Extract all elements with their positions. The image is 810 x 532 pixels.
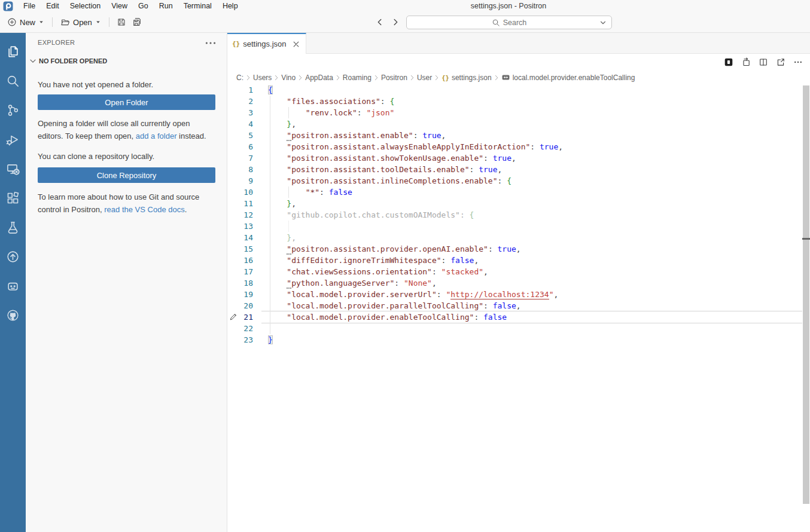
breadcrumb-item[interactable]: {}settings.json (441, 74, 491, 82)
menu-item-run[interactable]: Run (154, 0, 178, 12)
code-line[interactable]: 11 }, (227, 198, 810, 209)
line-number[interactable]: 17 (227, 266, 268, 277)
source-control-icon[interactable] (0, 96, 26, 125)
line-number[interactable]: 4 (227, 118, 268, 130)
line-number[interactable]: 7 (227, 152, 268, 164)
navigate-forward-button[interactable] (388, 15, 403, 29)
code-line[interactable]: 21 "local.model.provider.enableToolCalli… (227, 311, 810, 323)
more-actions-button[interactable] (790, 56, 805, 69)
connections-icon[interactable] (0, 154, 26, 184)
explorer-icon[interactable] (0, 37, 26, 66)
line-number[interactable]: 12 (227, 209, 268, 221)
publish-icon[interactable] (0, 242, 26, 271)
search-input[interactable]: Search (406, 16, 612, 29)
menu-item-file[interactable]: File (18, 0, 41, 12)
breadcrumb-item[interactable]: User (417, 74, 432, 82)
breadcrumb-item[interactable]: Positron (381, 74, 407, 82)
code-line[interactable]: 10 "*": false (227, 186, 810, 198)
close-tab-icon[interactable] (291, 39, 301, 49)
section-no-folder-opened[interactable]: NO FOLDER OPENED (28, 56, 107, 66)
assistant-icon[interactable] (0, 271, 26, 301)
github-icon[interactable] (0, 301, 26, 330)
testing-icon[interactable] (0, 213, 26, 242)
line-number[interactable]: 23 (227, 334, 268, 346)
line-number[interactable]: 22 (227, 323, 268, 334)
menu-item-terminal[interactable]: Terminal (178, 0, 217, 12)
code-line[interactable]: 14 }, (227, 232, 810, 243)
code-line[interactable]: 9 "positron.assistant.inlineCompletions.… (227, 175, 810, 186)
code-editor[interactable]: 1{2 "files.associations": {3 "renv.lock"… (227, 84, 810, 532)
edit-setting-pencil-icon[interactable] (229, 313, 237, 321)
code-line[interactable]: 19 "local.model.provider.serverUrl": "ht… (227, 289, 810, 300)
breadcrumb-item[interactable]: Roaming (343, 74, 371, 82)
line-number[interactable]: 18 (227, 277, 268, 289)
code-line[interactable]: 17 "chat.viewSessions.orientation": "sta… (227, 266, 810, 277)
menu-item-edit[interactable]: Edit (41, 0, 65, 12)
code-line[interactable]: 12 "github.copilot.chat.customOAIModels"… (227, 209, 810, 221)
line-number[interactable]: 11 (227, 198, 268, 209)
code-line[interactable]: 22 (227, 323, 810, 334)
run-debug-icon[interactable] (0, 125, 26, 154)
breadcrumb-item[interactable]: Users (253, 74, 272, 82)
line-number[interactable]: 20 (227, 300, 268, 311)
code-line[interactable]: 4 }, (227, 118, 810, 130)
chevron-left-icon (375, 17, 385, 27)
line-number[interactable]: 21 (227, 311, 268, 323)
breadcrumb-item[interactable]: local.model.provider.enableToolCalling (501, 74, 635, 82)
add-a-folder-link[interactable]: add a folder (136, 132, 177, 140)
line-number[interactable]: 1 (227, 84, 268, 96)
save-button[interactable] (114, 15, 129, 29)
extensions-icon[interactable] (0, 184, 26, 213)
code-line[interactable]: 18 "python.languageServer": "None", (227, 277, 810, 289)
new-button[interactable]: New (4, 16, 48, 29)
code-line[interactable]: 2 "files.associations": { (227, 96, 810, 107)
history-nav (372, 15, 403, 29)
line-number[interactable]: 3 (227, 107, 268, 118)
code-line[interactable]: 23} (227, 334, 810, 346)
line-number[interactable]: 15 (227, 243, 268, 255)
code-line[interactable]: 7 "positron.assistant.showTokenUsage.ena… (227, 152, 810, 164)
line-number[interactable]: 9 (227, 175, 268, 186)
code-line[interactable]: 13 (227, 221, 810, 232)
vscode-docs-link[interactable]: read the VS Code docs (104, 205, 184, 214)
tab-settings-json[interactable]: {} settings.json (227, 33, 306, 54)
navigate-back-button[interactable] (372, 15, 388, 29)
code-line[interactable]: 5 "positron.assistant.enable": true, (227, 130, 810, 141)
open-preview-button[interactable] (738, 56, 753, 69)
code-line[interactable]: 6 "positron.assistant.alwaysEnableApplyI… (227, 141, 810, 152)
line-number[interactable]: 10 (227, 186, 268, 198)
search-icon[interactable] (0, 66, 26, 96)
code-line[interactable]: 16 "diffEditor.ignoreTrimWhitespace": fa… (227, 255, 810, 266)
line-number[interactable]: 16 (227, 255, 268, 266)
line-number[interactable]: 13 (227, 221, 268, 232)
menu-item-view[interactable]: View (106, 0, 133, 12)
code-line[interactable]: 15 "positron.assistant.provider.openAI.e… (227, 243, 810, 255)
breadcrumb-label: User (417, 74, 432, 82)
line-number[interactable]: 19 (227, 289, 268, 300)
code-line[interactable]: 20 "local.model.provider.parallelToolCal… (227, 300, 810, 311)
code-line[interactable]: 3 "renv.lock": "json" (227, 107, 810, 118)
open-settings-ui-button[interactable] (721, 56, 736, 69)
breadcrumb-item[interactable]: Vino (281, 74, 296, 82)
line-number[interactable]: 2 (227, 96, 268, 107)
save-all-button[interactable] (129, 15, 145, 29)
menu-item-help[interactable]: Help (217, 0, 243, 12)
open-in-new-window-button[interactable] (773, 56, 788, 69)
line-number[interactable]: 8 (227, 164, 268, 175)
line-number[interactable]: 14 (227, 232, 268, 243)
line-number[interactable]: 5 (227, 130, 268, 141)
code-line[interactable]: 1{ (227, 84, 810, 96)
open-folder-button[interactable]: Open Folder (38, 94, 215, 110)
menu-item-go[interactable]: Go (133, 0, 154, 12)
breadcrumb-item[interactable]: AppData (305, 74, 333, 82)
scrollbar-slider[interactable] (803, 85, 809, 504)
line-number[interactable]: 6 (227, 141, 268, 152)
more-actions-icon[interactable] (204, 36, 217, 50)
menu-item-selection[interactable]: Selection (65, 0, 106, 12)
code-line[interactable]: 8 "positron.assistant.toolDetails.enable… (227, 164, 810, 175)
split-editor-button[interactable] (756, 56, 771, 69)
clone-repository-button[interactable]: Clone Repository (38, 167, 215, 183)
breadcrumb-item[interactable]: C: (236, 74, 243, 82)
editor-scrollbar[interactable] (802, 84, 810, 532)
open-button[interactable]: Open (57, 16, 105, 29)
